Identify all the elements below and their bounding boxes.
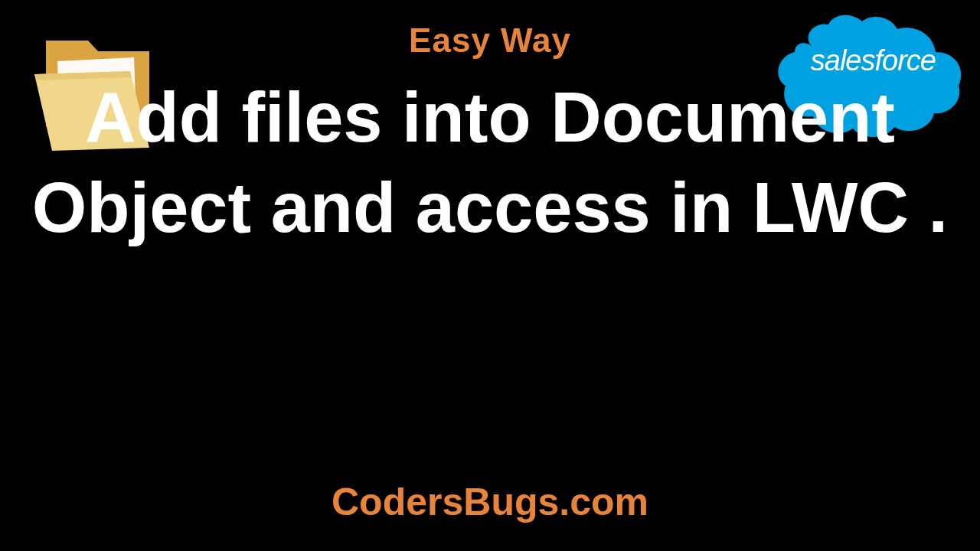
subtitle: Easy Way	[409, 21, 571, 60]
main-title: Add files into Document Object and acces…	[0, 73, 980, 253]
website-url: CodersBugs.com	[332, 480, 648, 524]
salesforce-bold: sales	[811, 44, 875, 77]
salesforce-light: force	[875, 44, 936, 77]
